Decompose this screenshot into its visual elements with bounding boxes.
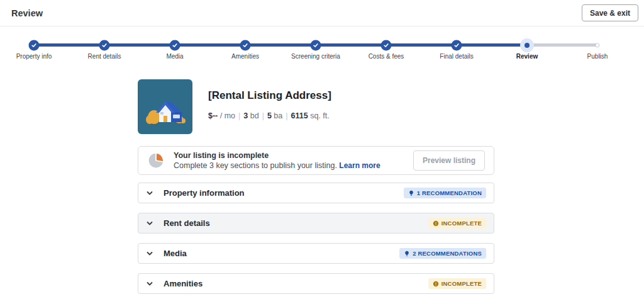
step-label: Review (516, 53, 538, 60)
check-icon (170, 40, 180, 50)
exclamation-circle-icon (433, 281, 439, 287)
step-label: Publish (587, 53, 608, 60)
section-rent-details[interactable]: Rent details INCOMPLETE (138, 213, 494, 234)
section-title: Rent details (164, 218, 428, 228)
lightbulb-icon (404, 251, 410, 257)
step-label: Amenities (231, 53, 259, 60)
beds-value: 3 (243, 111, 248, 120)
listing-specs: $-- / mo|3 bd|5 ba|6115 sq. ft. (208, 111, 331, 120)
alert-text: Your listing is incomplete Complete 3 ke… (174, 151, 413, 170)
price-unit: / mo (220, 111, 235, 120)
page-title: Review (11, 8, 43, 18)
upcoming-step-dot-icon (596, 43, 600, 47)
recommendation-badge: 1 RECOMMENDATION (404, 188, 486, 198)
incomplete-alert: Your listing is incomplete Complete 3 ke… (138, 146, 494, 175)
check-icon (240, 40, 251, 50)
badge-label: INCOMPLETE (441, 220, 482, 227)
recommendation-badge: 2 RECOMMENDATIONS (399, 248, 486, 259)
chevron-down-icon (146, 250, 153, 257)
section-media[interactable]: Media 2 RECOMMENDATIONS (138, 243, 494, 264)
section-title: Amenities (164, 279, 428, 288)
learn-more-link[interactable]: Learn more (339, 161, 380, 170)
price-value: $-- (208, 111, 218, 120)
check-icon (311, 40, 321, 50)
sqft-value: 6115 (291, 111, 308, 120)
lightbulb-icon (408, 190, 414, 196)
badge-label: 2 RECOMMENDATIONS (413, 250, 482, 257)
property-thumbnail-house-icon (138, 79, 192, 134)
property-card: [Rental Listing Address] $-- / mo|3 bd|5… (138, 79, 494, 134)
spec-separator: | (238, 111, 240, 120)
step-label: Costs & fees (369, 53, 404, 60)
preview-listing-button[interactable]: Preview listing (413, 150, 485, 171)
step-label: Property info (16, 53, 52, 60)
step-label: Rent details (88, 53, 121, 60)
section-title: Media (164, 249, 399, 258)
check-icon (381, 40, 392, 50)
progress-stepper: Property info Rent details Media Ameniti… (0, 27, 644, 65)
sqft-unit: sq. ft. (310, 111, 330, 120)
chevron-down-icon (146, 280, 153, 288)
spec-separator: | (262, 111, 264, 120)
chevron-down-icon (146, 189, 153, 197)
save-exit-button[interactable]: Save & exit (582, 4, 638, 21)
step-label: Screening criteria (291, 53, 340, 60)
incomplete-badge: INCOMPLETE (428, 278, 486, 289)
spec-separator: | (286, 111, 287, 120)
property-info: [Rental Listing Address] $-- / mo|3 bd|5… (208, 79, 331, 134)
beds-unit: bd (250, 111, 259, 120)
progress-pie-icon (147, 152, 165, 169)
section-list: Property information 1 RECOMMENDATION Re… (138, 183, 494, 294)
alert-message: Complete 3 key sections to publish your … (174, 161, 413, 170)
check-icon (452, 40, 462, 50)
step-label: Final details (440, 53, 473, 60)
alert-message-text: Complete 3 key sections to publish your … (174, 161, 337, 170)
current-step-dot-icon (520, 38, 534, 52)
section-title: Property information (164, 188, 404, 198)
page: { "header": { "title": "Review", "save_e… (0, 0, 644, 299)
listing-title: [Rental Listing Address] (208, 89, 331, 102)
page-header: Review (0, 0, 644, 26)
badge-label: 1 RECOMMENDATION (417, 189, 482, 196)
check-icon (99, 40, 110, 50)
step-label: Media (166, 53, 183, 60)
badge-label: INCOMPLETE (441, 280, 482, 287)
check-icon (29, 40, 40, 50)
section-property-information[interactable]: Property information 1 RECOMMENDATION (138, 183, 494, 203)
alert-title: Your listing is incomplete (174, 151, 413, 160)
exclamation-circle-icon (433, 220, 439, 227)
main-content: [Rental Listing Address] $-- / mo|3 bd|5… (138, 79, 494, 294)
chevron-down-icon (146, 220, 153, 227)
section-amenities[interactable]: Amenities INCOMPLETE (138, 273, 494, 294)
incomplete-badge: INCOMPLETE (428, 218, 486, 228)
baths-value: 5 (267, 111, 272, 120)
baths-unit: ba (274, 111, 282, 120)
